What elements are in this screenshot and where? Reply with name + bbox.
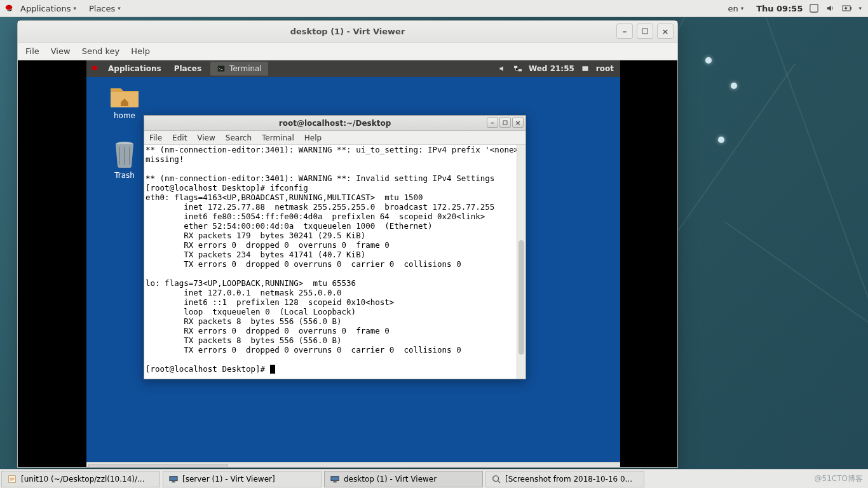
taskbar-item[interactable]: [unit10 (~/Desktop/zzl(10.14)/... bbox=[1, 471, 160, 487]
menu-label: Applications bbox=[108, 64, 161, 73]
taskbar-item-active[interactable]: desktop (1) - Virt Viewer bbox=[324, 471, 483, 487]
guest-top-panel: Applications Places Terminal Wed 21:55 r… bbox=[86, 60, 620, 77]
terminal-cursor bbox=[270, 365, 275, 374]
guest-taskbar-item[interactable]: root@localhost:~/Desktop bbox=[88, 464, 228, 468]
host-lang-indicator[interactable]: en▾ bbox=[721, 0, 750, 17]
chevron-down-icon: ▾ bbox=[118, 5, 121, 11]
menu-help[interactable]: Help bbox=[304, 133, 322, 142]
menu-label: Applications bbox=[20, 4, 71, 13]
svg-rect-10 bbox=[642, 29, 648, 34]
battery-icon[interactable] bbox=[842, 3, 852, 13]
user-icon bbox=[581, 64, 590, 73]
terminal-scrollbar[interactable] bbox=[517, 145, 526, 379]
task-label: desktop (1) - Virt Viewer bbox=[344, 475, 437, 484]
host-applications-menu[interactable]: Applications▾ bbox=[14, 0, 83, 17]
svg-rect-2 bbox=[850, 7, 851, 10]
terminal-body[interactable]: ** (nm-connection-editor:3401): WARNING … bbox=[144, 145, 526, 379]
guest-user[interactable]: root bbox=[596, 64, 614, 73]
guest-workspace-pager[interactable]: 1 / 4 bbox=[590, 467, 620, 468]
close-button[interactable]: × bbox=[657, 24, 674, 39]
menu-file[interactable]: File bbox=[149, 133, 162, 142]
network-icon[interactable] bbox=[513, 64, 522, 73]
display-icon bbox=[168, 474, 179, 484]
terminal-output: ** (nm-connection-editor:3401): WARNING … bbox=[144, 145, 526, 374]
svg-rect-6 bbox=[331, 476, 339, 480]
svg-rect-4 bbox=[170, 476, 177, 480]
display-icon bbox=[330, 474, 340, 484]
menu-search[interactable]: Search bbox=[226, 133, 252, 142]
menu-label: Places bbox=[89, 4, 115, 13]
guest-applications-menu[interactable]: Applications bbox=[102, 60, 168, 77]
svg-rect-5 bbox=[172, 481, 175, 482]
volume-icon[interactable] bbox=[825, 3, 836, 13]
svg-rect-12 bbox=[514, 66, 517, 68]
running-app-label: Terminal bbox=[229, 64, 262, 73]
taskbar-item[interactable]: [Screenshot from 2018-10-16 0... bbox=[485, 471, 644, 487]
svg-rect-0 bbox=[810, 4, 818, 12]
terminal-window: root@localhost:~/Desktop – × File Edit V… bbox=[144, 115, 526, 379]
menu-view[interactable]: View bbox=[197, 133, 215, 142]
terminal-title: root@localhost:~/Desktop bbox=[279, 119, 391, 128]
guest-desktop-area: Applications Places Terminal Wed 21:55 r… bbox=[86, 60, 620, 462]
window-title: desktop (1) - Virt Viewer bbox=[290, 27, 405, 36]
menu-view[interactable]: View bbox=[51, 46, 71, 56]
menu-help[interactable]: Help bbox=[131, 46, 150, 56]
menu-file[interactable]: File bbox=[25, 46, 39, 56]
maximize-button[interactable] bbox=[499, 118, 511, 128]
lang-label: en bbox=[728, 4, 738, 13]
redhat-logo-icon bbox=[4, 3, 14, 13]
icon-label: Trash bbox=[114, 171, 135, 180]
svg-line-9 bbox=[498, 480, 501, 483]
minimize-button[interactable]: – bbox=[487, 118, 498, 128]
task-label: [Screenshot from 2018-10-16 0... bbox=[505, 475, 632, 484]
chevron-down-icon: ▾ bbox=[741, 5, 744, 11]
close-button[interactable]: × bbox=[512, 118, 524, 128]
task-label: root@localhost:~/Desktop bbox=[107, 467, 207, 468]
chevron-down-icon: ▾ bbox=[73, 5, 76, 11]
terminal-titlebar[interactable]: root@localhost:~/Desktop – × bbox=[144, 116, 526, 131]
task-label: [unit10 (~/Desktop/zzl(10.14)/... bbox=[21, 475, 144, 484]
guest-running-app[interactable]: Terminal bbox=[210, 62, 268, 76]
virt-viewer-titlebar[interactable]: desktop (1) - Virt Viewer – × bbox=[18, 21, 677, 43]
scrollbar-thumb[interactable] bbox=[519, 240, 524, 355]
guest-desktop[interactable]: home Trash root@localhost:~/Desktop – bbox=[86, 77, 620, 462]
svg-rect-7 bbox=[333, 481, 336, 482]
volume-icon[interactable] bbox=[498, 64, 507, 73]
maximize-button[interactable] bbox=[637, 24, 653, 39]
redhat-logo-icon bbox=[90, 64, 99, 73]
guest-clock[interactable]: Wed 21:55 bbox=[529, 64, 574, 73]
chevron-down-icon[interactable]: ▾ bbox=[858, 5, 862, 11]
minimize-button[interactable]: – bbox=[616, 24, 633, 39]
host-taskbar: [unit10 (~/Desktop/zzl(10.14)/... [serve… bbox=[0, 469, 868, 488]
host-places-menu[interactable]: Places▾ bbox=[83, 0, 127, 17]
a11y-icon[interactable] bbox=[809, 3, 819, 13]
taskbar-item[interactable]: [server (1) - Virt Viewer] bbox=[163, 471, 322, 487]
guest-places-menu[interactable]: Places bbox=[168, 60, 208, 77]
menu-terminal[interactable]: Terminal bbox=[262, 133, 294, 142]
virt-viewer-menubar: File View Send key Help bbox=[18, 43, 677, 60]
desktop-icon-trash[interactable]: Trash bbox=[99, 140, 150, 180]
folder-home-icon bbox=[109, 83, 140, 109]
image-viewer-icon bbox=[491, 474, 501, 484]
terminal-menubar: File Edit View Search Terminal Help bbox=[144, 131, 526, 145]
svg-rect-14 bbox=[582, 66, 588, 71]
desktop-icon-home[interactable]: home bbox=[99, 83, 150, 120]
icon-label: home bbox=[114, 111, 135, 120]
watermark: @51CTO博客 bbox=[815, 473, 863, 484]
host-top-panel: Applications▾ Places▾ en▾ Thu 09:55 ▾ bbox=[0, 0, 868, 17]
svg-rect-13 bbox=[519, 69, 522, 71]
svg-rect-16 bbox=[503, 121, 507, 125]
virt-viewer-window: desktop (1) - Virt Viewer – × File View … bbox=[17, 20, 678, 468]
menu-label: Places bbox=[174, 64, 201, 73]
guest-bottom-panel: root@localhost:~/Desktop 1 / 4 bbox=[86, 462, 620, 467]
svg-point-8 bbox=[493, 475, 499, 481]
menu-sendkey[interactable]: Send key bbox=[82, 46, 120, 56]
menu-edit[interactable]: Edit bbox=[172, 133, 187, 142]
task-label: [server (1) - Virt Viewer] bbox=[182, 475, 275, 484]
host-clock[interactable]: Thu 09:55 bbox=[756, 4, 803, 13]
terminal-icon bbox=[217, 64, 226, 73]
trash-icon bbox=[112, 140, 137, 168]
virt-viewer-display[interactable]: Applications Places Terminal Wed 21:55 r… bbox=[18, 60, 677, 467]
text-editor-icon bbox=[7, 474, 17, 484]
